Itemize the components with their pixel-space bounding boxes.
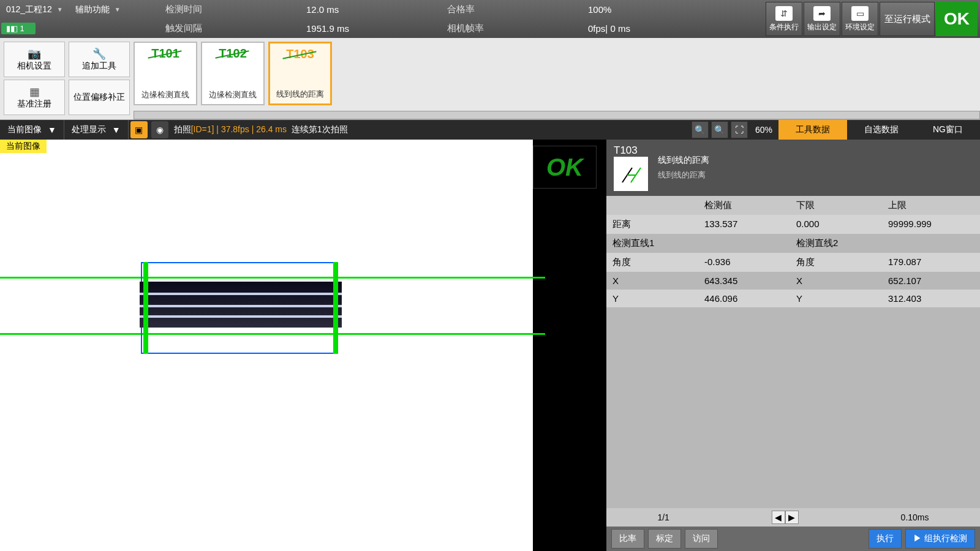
zoom-fit-button[interactable]: ⛶ bbox=[731, 121, 748, 138]
pass-rate-label: 合格率 bbox=[447, 4, 588, 15]
status-ok: OK bbox=[936, 2, 978, 36]
tool-card-t101[interactable]: T101边缘检测直线 bbox=[134, 42, 197, 105]
overlay-toggle-icon[interactable]: ▣ bbox=[130, 121, 148, 138]
detect-time-label: 检测时间 bbox=[165, 4, 306, 15]
results-table: 检测值下限上限 距离133.5370.00099999.999 检测直线1检测直… bbox=[606, 196, 980, 508]
inspection-ok-badge: OK bbox=[533, 146, 597, 189]
output-button[interactable]: ➦输出设定 bbox=[804, 2, 840, 36]
inspection-overlay bbox=[0, 244, 545, 452]
tool-subtitle: 线到线的距离 bbox=[658, 170, 709, 181]
header-bar: 012_工程12▼ 辅助功能▼ ▮◧ 1 检测时间 12.0 ms 合格率 10… bbox=[0, 0, 980, 38]
tool-card-t102[interactable]: T102边缘检测直线 bbox=[201, 42, 265, 105]
next-page-button[interactable]: ▶ bbox=[785, 511, 799, 524]
table-header: 检测值下限上限 bbox=[606, 196, 980, 215]
capture-info: 拍照[ID=1] | 37.8fps | 26.4 ms 连续第1次拍照 bbox=[174, 124, 348, 135]
tool-header: T103 线到线的距离 线到线的距离 bbox=[606, 140, 980, 196]
cond-exec-icon: ⇵ bbox=[775, 6, 793, 21]
add-tool-button[interactable]: 🔧追加工具 bbox=[69, 42, 130, 77]
right-panel: T103 线到线的距离 线到线的距离 检测值下限上限 距离133.5370.00… bbox=[606, 140, 980, 551]
register-icon: ▦ bbox=[29, 85, 40, 99]
pager: 1/1 ◀▶ 0.10ms bbox=[606, 508, 980, 527]
wrench-icon: 🔧 bbox=[92, 47, 106, 61]
zoom-level: 60% bbox=[755, 125, 772, 135]
fps-label: 相机帧率 bbox=[447, 23, 588, 34]
register-ref-button[interactable]: ▦基准注册 bbox=[4, 80, 65, 115]
panel-footer: 比率 标定 访问 执行 ▶ 组执行检测 bbox=[606, 527, 980, 551]
header-buttons: ⇵条件执行 ➦输出设定 ▭环境设定 至运行模式 OK bbox=[766, 0, 978, 38]
table-row: 距离133.5370.00099999.999 bbox=[606, 215, 980, 234]
project-dropdown[interactable]: 012_工程12▼ bbox=[0, 4, 69, 15]
table-row: 检测直线1检测直线2 bbox=[606, 234, 980, 253]
header-stats: 检测时间 12.0 ms 合格率 100% 触发间隔 1951.9 ms 相机帧… bbox=[159, 0, 766, 38]
page-indicator: 1/1 bbox=[657, 512, 669, 522]
cond-exec-button[interactable]: ⇵条件执行 bbox=[766, 2, 802, 36]
trigger-label: 触发间隔 bbox=[165, 23, 306, 34]
table-row: 角度-0.936角度179.087 bbox=[606, 253, 980, 272]
env-icon: ▭ bbox=[851, 6, 869, 21]
tool-icon bbox=[614, 157, 648, 191]
trigger-value: 1951.9 ms bbox=[306, 23, 447, 34]
tab-ng-window[interactable]: NG窗口 bbox=[916, 120, 980, 140]
table-row: X643.345X652.107 bbox=[606, 272, 980, 290]
aux-dropdown[interactable]: 辅助功能▼ bbox=[69, 4, 127, 15]
fps-value: 0fps| 0 ms bbox=[588, 23, 729, 34]
tool-scrollbar[interactable] bbox=[134, 111, 980, 119]
exec-time: 0.10ms bbox=[901, 512, 929, 522]
output-icon: ➦ bbox=[813, 6, 831, 21]
env-button[interactable]: ▭环境设定 bbox=[842, 2, 878, 36]
group-execute-button[interactable]: ▶ 组执行检测 bbox=[905, 529, 975, 549]
main-area: 当前图像 OK T103 线到线的距离 线到线的距离 bbox=[0, 140, 980, 551]
execute-button[interactable]: 执行 bbox=[869, 529, 902, 549]
tab-tool-data[interactable]: 工具数据 bbox=[778, 120, 847, 140]
image-viewer[interactable]: 当前图像 OK bbox=[0, 140, 606, 551]
capture-icon[interactable]: ◉ bbox=[151, 121, 168, 138]
tool-card-t103[interactable]: T103线到线的距离 bbox=[268, 42, 332, 105]
camera-settings-button[interactable]: 📷相机设置 bbox=[4, 42, 65, 77]
header-left: 012_工程12▼ 辅助功能▼ ▮◧ 1 bbox=[0, 0, 159, 38]
table-row: Y446.096Y312.403 bbox=[606, 290, 980, 307]
visit-button[interactable]: 访问 bbox=[685, 529, 718, 549]
rate-button[interactable]: 比率 bbox=[611, 529, 644, 549]
prev-page-button[interactable]: ◀ bbox=[772, 511, 785, 524]
display-mode-dropdown[interactable]: 处理显示▼ bbox=[64, 120, 129, 140]
sub-header: 当前图像▼ 处理显示▼ ▣ ◉ 拍照[ID=1] | 37.8fps | 26.… bbox=[0, 120, 980, 140]
run-mode-button[interactable]: 至运行模式 bbox=[880, 2, 935, 36]
detect-time-value: 12.0 ms bbox=[306, 4, 447, 15]
zoom-in-button[interactable]: 🔍 bbox=[711, 121, 728, 138]
current-image-tag: 当前图像 bbox=[0, 140, 47, 153]
tab-custom-data[interactable]: 自选数据 bbox=[847, 120, 916, 140]
tool-list: T101边缘检测直线 T102边缘检测直线 T103线到线的距离 bbox=[134, 42, 980, 119]
port-tab[interactable]: ▮◧ 1 bbox=[1, 23, 36, 34]
pass-rate-value: 100% bbox=[588, 4, 729, 15]
tool-title: 线到线的距离 bbox=[658, 155, 709, 166]
offset-button[interactable]: 位置偏移补正 bbox=[69, 80, 130, 115]
toolbar: 📷相机设置 ▦基准注册 🔧追加工具 位置偏移补正 T101边缘检测直线 T102… bbox=[0, 38, 980, 120]
tool-id: T103 bbox=[614, 144, 648, 157]
current-image-dropdown[interactable]: 当前图像▼ bbox=[0, 120, 64, 140]
zoom-out-button[interactable]: 🔍 bbox=[692, 121, 709, 138]
camera-icon: 📷 bbox=[28, 47, 41, 61]
calibrate-button[interactable]: 标定 bbox=[648, 529, 681, 549]
